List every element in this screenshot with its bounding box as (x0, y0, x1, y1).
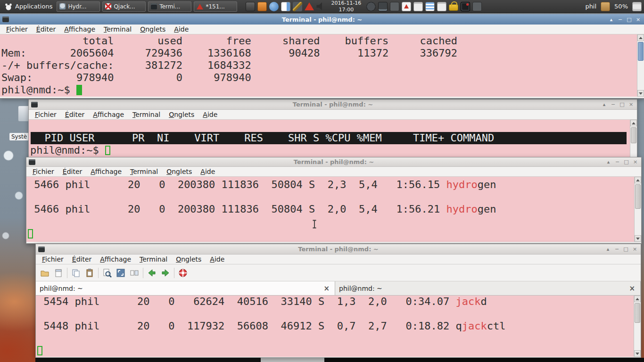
menu-aide[interactable]: Aide (170, 25, 193, 34)
titlebar[interactable]: Terminal - phil@nmd: ~ ▴ − □ × (26, 157, 641, 167)
tray-misc-icon[interactable] (472, 2, 482, 11)
editor-tray-icon[interactable] (281, 2, 290, 11)
menu-fichier[interactable]: Fichier (38, 255, 68, 264)
taskbar-button-editor[interactable]: *151... (194, 1, 237, 12)
tab-1[interactable]: phil@nmd: ~ × (36, 281, 335, 295)
close-button[interactable]: × (634, 16, 642, 23)
scrollbar-thumb[interactable] (631, 127, 636, 143)
minimize-button[interactable]: − (613, 158, 621, 166)
split-view-icon[interactable] (129, 268, 140, 278)
menu-editer[interactable]: Éditer (32, 25, 60, 34)
user-applet-label[interactable]: phil (583, 3, 598, 10)
close-button[interactable]: × (627, 101, 635, 108)
tray-app-icon[interactable] (390, 2, 399, 11)
warning-triangle-icon[interactable] (305, 2, 314, 10)
new-tab-icon[interactable] (53, 268, 64, 278)
shade-button[interactable]: ▴ (604, 158, 612, 166)
battery-percentage[interactable]: 50% (612, 3, 630, 10)
audio-app-tray-icon[interactable] (257, 2, 267, 11)
close-button[interactable]: × (631, 246, 639, 253)
titlebar[interactable]: Terminal - phil@nmd: ~ ▴ − □ × (0, 14, 644, 25)
shade-button[interactable]: ▴ (604, 246, 612, 253)
scroll-up-arrow-icon[interactable] (635, 177, 641, 183)
fullscreen-icon[interactable] (116, 268, 126, 278)
maximize-button[interactable]: □ (622, 246, 630, 253)
scroll-up-arrow-icon[interactable] (634, 296, 641, 302)
paste-icon[interactable] (84, 268, 95, 278)
menu-affichage[interactable]: Affichage (89, 110, 128, 119)
globe-tray-icon[interactable] (269, 2, 279, 11)
menu-onglets[interactable]: Onglets (136, 25, 170, 34)
open-folder-icon[interactable] (40, 268, 50, 278)
terminal-content[interactable]: total used free shared buffers cached Me… (0, 34, 644, 97)
menu-terminal[interactable]: Terminal (128, 110, 165, 119)
scrollbar[interactable] (634, 296, 641, 357)
panel-clock[interactable]: 2016-11-16 17:00 (328, 0, 364, 12)
taskbar-button-terminal[interactable]: Termi... (148, 1, 191, 12)
menu-terminal[interactable]: Terminal (135, 255, 172, 264)
search-icon[interactable] (102, 268, 112, 278)
tab-close-icon[interactable]: × (627, 284, 636, 293)
menu-affichage[interactable]: Affichage (86, 167, 126, 176)
scrollbar-thumb[interactable] (638, 42, 644, 61)
copy-icon[interactable] (71, 268, 81, 278)
menu-aide[interactable]: Aide (198, 110, 222, 119)
terminal-content[interactable]: PID USER PR NI VIRT RES SHR S %CPU %MEM … (29, 120, 637, 157)
panel-list-icon[interactable] (632, 2, 642, 11)
scrollbar[interactable] (634, 177, 641, 242)
minimize-button[interactable]: − (616, 16, 624, 23)
help-lifebuoy-icon[interactable] (178, 268, 188, 278)
scroll-up-arrow-icon[interactable] (637, 34, 644, 41)
menu-editer[interactable]: Éditer (61, 110, 89, 119)
menu-onglets[interactable]: Onglets (165, 110, 198, 119)
wireless-network-icon[interactable] (378, 2, 388, 11)
menu-onglets[interactable]: Onglets (172, 255, 206, 264)
tab-2[interactable]: phil@nmd: ~ × (335, 281, 641, 295)
previous-tab-icon[interactable] (147, 268, 157, 278)
taskbar-button-hydrogen[interactable]: Hydr... (57, 1, 100, 12)
menu-fichier[interactable]: Fichier (2, 25, 32, 34)
scrollbar[interactable] (637, 34, 644, 97)
window-stack-icon[interactable] (413, 2, 423, 11)
minimize-button[interactable]: − (613, 246, 621, 253)
close-button[interactable]: × (631, 158, 639, 166)
shade-button[interactable]: ▴ (600, 101, 608, 108)
keyboard-layout-icon[interactable] (461, 2, 470, 11)
menu-onglets[interactable]: Onglets (162, 167, 196, 176)
scroll-up-arrow-icon[interactable] (630, 120, 637, 126)
package-icon[interactable] (601, 2, 610, 11)
scroll-down-arrow-icon[interactable] (637, 90, 644, 97)
menu-affichage[interactable]: Affichage (60, 25, 99, 34)
menu-aide[interactable]: Aide (196, 167, 219, 176)
maximize-button[interactable]: □ (618, 101, 626, 108)
terminal-content[interactable]: 5454 phil 20 0 62624 40516 33140 S 1,3 2… (36, 296, 641, 357)
menu-aide[interactable]: Aide (206, 255, 229, 264)
applications-menu-button[interactable]: Applications (2, 1, 54, 12)
shade-button[interactable]: ▴ (607, 16, 615, 23)
menu-terminal[interactable]: Terminal (99, 25, 136, 34)
scrollbar-thumb[interactable] (635, 184, 641, 209)
lock-icon[interactable] (449, 4, 458, 11)
menu-fichier[interactable]: Fichier (28, 167, 58, 176)
volume-icon[interactable] (316, 2, 326, 11)
menu-affichage[interactable]: Affichage (96, 255, 135, 264)
menu-editer[interactable]: Éditer (58, 167, 87, 176)
maximize-button[interactable]: □ (622, 158, 630, 166)
taskbar-button-qjackctl[interactable]: Qjack... (102, 1, 146, 12)
striped-window-icon[interactable] (425, 2, 435, 11)
media-status-icon[interactable] (366, 2, 376, 11)
maximize-button[interactable]: □ (625, 16, 633, 23)
pencil-tray-icon[interactable] (293, 2, 302, 11)
tab-close-icon[interactable]: × (322, 284, 331, 293)
titlebar[interactable]: Terminal - phil@nmd: ~ ▴ − □ × (29, 99, 637, 110)
scroll-down-arrow-icon[interactable] (634, 350, 641, 357)
titlebar[interactable]: Terminal - phil@nmd: ~ ▴ − □ × (36, 244, 641, 255)
menu-fichier[interactable]: Fichier (31, 110, 61, 119)
scroll-down-arrow-icon[interactable] (635, 235, 641, 242)
scrollbar[interactable] (630, 120, 637, 157)
next-tab-icon[interactable] (160, 268, 171, 278)
terminal-content[interactable]: 5466 phil 20 0 200380 111836 50804 S 2,3… (26, 177, 641, 242)
alert-card-icon[interactable] (402, 2, 411, 11)
menu-terminal[interactable]: Terminal (126, 167, 162, 176)
window-stack-icon-2[interactable] (437, 2, 446, 11)
